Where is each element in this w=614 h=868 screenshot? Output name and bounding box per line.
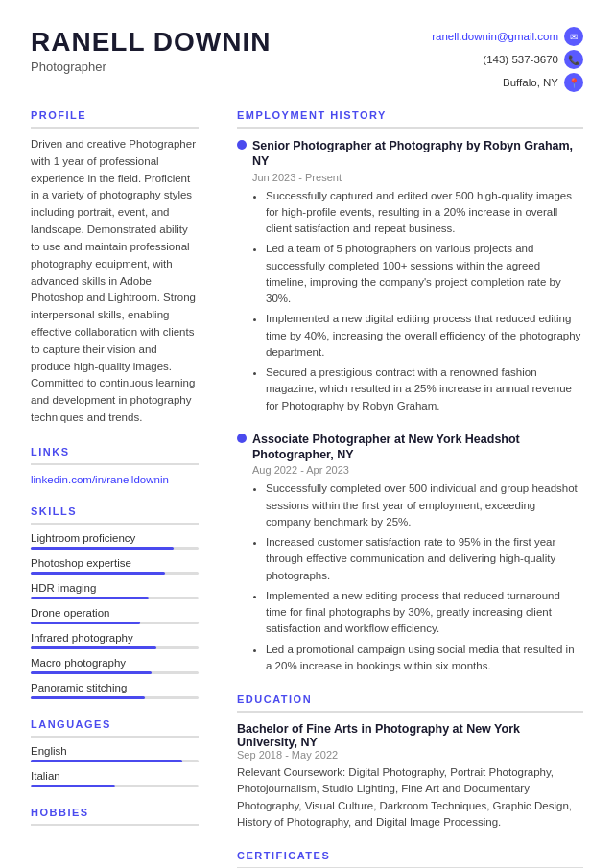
job-entry: Senior Photographer at Photography by Ro… (237, 138, 583, 414)
edu-title: Bachelor of Fine Arts in Photography at … (237, 722, 583, 749)
linkedin-link-item: linkedin.com/in/ranelldownin (31, 473, 199, 486)
links-section-title: LINKS (31, 446, 199, 465)
job-bullet: Secured a prestigious contract with a re… (266, 364, 583, 414)
employment-list: Senior Photographer at Photography by Ro… (237, 138, 583, 674)
employment-section: EMPLOYMENT HISTORY Senior Photographer a… (237, 109, 583, 674)
skill-item: Lightroom proficiency (31, 532, 199, 550)
skill-bar-fill (31, 646, 156, 649)
language-item: Italian (31, 770, 199, 787)
language-bar-fill (31, 785, 115, 787)
job-bullet: Successfully captured and edited over 50… (266, 188, 583, 238)
job-bullet: Led a promotional campaign using social … (266, 642, 583, 675)
language-bar-bg (31, 760, 199, 762)
skill-bar-fill (31, 671, 152, 674)
job-bullet: Led a team of 5 photographers on various… (266, 241, 583, 307)
job-title-row: Associate Photographer at New York Heads… (237, 432, 583, 463)
language-bar-bg (31, 785, 199, 787)
job-dot (237, 140, 247, 150)
skill-name: Drone operation (31, 607, 199, 619)
skill-bar-fill (31, 547, 174, 550)
skill-name: Lightroom proficiency (31, 532, 199, 544)
languages-section-title: LANGUAGES (31, 718, 199, 738)
job-bullets: Successfully completed over 500 individu… (252, 481, 583, 674)
skill-name: HDR imaging (31, 582, 199, 594)
email-text: ranell.downin@gmail.com (432, 31, 558, 42)
skills-section-title: SKILLS (31, 505, 199, 525)
skill-item: Photoshop expertise (31, 557, 199, 575)
full-name: RANELL DOWNIN (31, 27, 271, 58)
links-section: LINKS linkedin.com/in/ranelldownin (31, 446, 199, 486)
header-contact: ranell.downin@gmail.com ✉ (143) 537-3670… (432, 27, 583, 92)
phone-row: (143) 537-3670 📞 (432, 50, 583, 69)
skill-item: Infrared photography (31, 632, 199, 649)
profile-section-title: PROFILE (31, 109, 199, 129)
job-title: Photographer (31, 59, 271, 74)
hobbies-section: HOBBIES (31, 807, 199, 826)
skill-item: HDR imaging (31, 582, 199, 599)
skills-list: Lightroom proficiency Photoshop expertis… (31, 532, 199, 699)
skill-bar-bg (31, 696, 199, 699)
education-section-title: EDUCATION (237, 693, 583, 713)
job-title: Senior Photographer at Photography by Ro… (252, 138, 583, 170)
language-item: English (31, 745, 199, 762)
linkedin-link[interactable]: linkedin.com/in/ranelldownin (31, 474, 169, 485)
profile-section: PROFILE Driven and creative Photographer… (31, 109, 199, 427)
job-entry: Associate Photographer at New York Heads… (237, 432, 583, 674)
right-column: EMPLOYMENT HISTORY Senior Photographer a… (218, 109, 583, 868)
skill-bar-fill (31, 572, 165, 575)
skill-bar-bg (31, 622, 199, 624)
languages-section: LANGUAGES English Italian (31, 718, 199, 787)
job-dot (237, 434, 247, 443)
header-left: RANELL DOWNIN Photographer (31, 27, 271, 74)
profile-text: Driven and creative Photographer with 1 … (31, 136, 199, 427)
skill-bar-bg (31, 597, 199, 599)
skill-name: Macro photography (31, 657, 199, 669)
job-title-row: Senior Photographer at Photography by Ro… (237, 138, 583, 170)
skill-item: Drone operation (31, 607, 199, 624)
skill-item: Panoramic stitching (31, 682, 199, 699)
education-entry: Bachelor of Fine Arts in Photography at … (237, 722, 583, 831)
job-bullet: Successfully completed over 500 individu… (266, 481, 583, 530)
job-title: Associate Photographer at New York Heads… (252, 432, 583, 463)
edu-desc: Relevant Coursework: Digital Photography… (237, 764, 583, 831)
email-row: ranell.downin@gmail.com ✉ (432, 27, 583, 46)
job-dates: Aug 2022 - Apr 2023 (252, 464, 583, 476)
edu-dates: Sep 2018 - May 2022 (237, 749, 583, 761)
job-bullet: Implemented a new digital editing proces… (266, 311, 583, 361)
phone-text: (143) 537-3670 (483, 54, 558, 65)
job-bullets: Successfully captured and edited over 50… (252, 188, 583, 414)
languages-list: English Italian (31, 745, 199, 787)
hobbies-section-title: HOBBIES (31, 807, 199, 826)
job-dates: Jun 2023 - Present (252, 172, 583, 183)
skill-name: Infrared photography (31, 632, 199, 644)
job-bullet: Increased customer satisfaction rate to … (266, 534, 583, 584)
skill-bar-fill (31, 622, 140, 624)
certificates-section: CERTIFICATES Certified Professional Phot… (237, 850, 583, 868)
skill-bar-bg (31, 547, 199, 550)
skill-bar-bg (31, 646, 199, 649)
skill-item: Macro photography (31, 657, 199, 674)
main-content: PROFILE Driven and creative Photographer… (0, 109, 614, 868)
education-section: EDUCATION Bachelor of Fine Arts in Photo… (237, 693, 583, 831)
skill-bar-fill (31, 696, 145, 699)
job-bullet: Implemented a new editing process that r… (266, 588, 583, 638)
email-icon: ✉ (564, 27, 583, 46)
phone-icon: 📞 (564, 50, 583, 69)
language-bar-fill (31, 760, 182, 762)
skill-bar-fill (31, 597, 149, 599)
header: RANELL DOWNIN Photographer ranell.downin… (0, 0, 614, 109)
language-name: English (31, 745, 199, 757)
left-column: PROFILE Driven and creative Photographer… (31, 109, 218, 868)
skill-name: Panoramic stitching (31, 682, 199, 693)
skills-section: SKILLS Lightroom proficiency Photoshop e… (31, 505, 199, 699)
location-row: Buffalo, NY 📍 (432, 73, 583, 92)
skill-name: Photoshop expertise (31, 557, 199, 569)
email-link[interactable]: ranell.downin@gmail.com (432, 31, 558, 42)
skill-bar-bg (31, 671, 199, 674)
language-name: Italian (31, 770, 199, 782)
location-icon: 📍 (564, 73, 583, 92)
skill-bar-bg (31, 572, 199, 575)
location-text: Buffalo, NY (503, 77, 558, 88)
employment-section-title: EMPLOYMENT HISTORY (237, 109, 583, 129)
education-list: Bachelor of Fine Arts in Photography at … (237, 722, 583, 831)
